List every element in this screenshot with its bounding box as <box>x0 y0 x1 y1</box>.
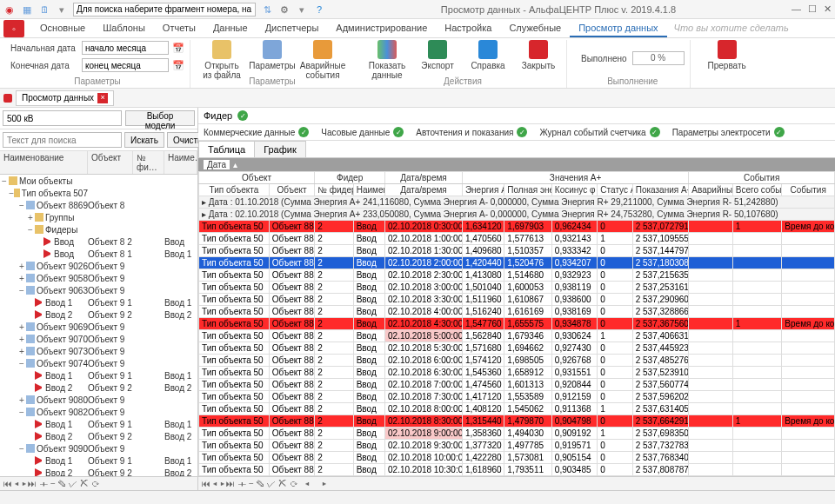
table-row[interactable]: Тип объекта 50Объект 882Ввод02.10.2018 1… <box>199 233 835 245</box>
column-header[interactable]: Всего событий <box>732 184 782 196</box>
tree-node[interactable]: Ввод 1Объект 9 1Ввод 1 <box>0 418 197 430</box>
open-file-button[interactable]: Открыть из файла <box>199 40 244 80</box>
params-button[interactable]: Параметры <box>250 40 295 70</box>
table-row[interactable]: Тип объекта 50Объект 882Ввод02.10.2018 6… <box>199 355 835 367</box>
tree-node[interactable]: +Объект 9058Объект 9 <box>0 272 197 284</box>
table-row[interactable]: Тип объекта 50Объект 882Ввод02.10.2018 1… <box>199 452 835 464</box>
tree-node[interactable]: Ввод 2Объект 9 2Ввод 2 <box>0 381 197 394</box>
interrupt-button[interactable]: Прервать <box>705 40 750 70</box>
table-row[interactable]: Тип объекта 50Объект 882Ввод02.10.2018 5… <box>199 330 835 342</box>
ribbon-tab[interactable]: Основные <box>31 19 94 37</box>
search-button[interactable]: Искать <box>124 132 164 148</box>
tree-node[interactable]: −Объект 9074Объект 9 <box>0 357 197 369</box>
table-row[interactable]: Тип объекта 50Объект 882Ввод02.10.2018 3… <box>199 294 835 306</box>
table-row[interactable]: Тип объекта 50Объект 882Ввод02.10.2018 8… <box>199 403 835 415</box>
tree-node[interactable]: Ввод 2Объект 9 2Ввод 2 <box>0 308 197 321</box>
ribbon-tab[interactable]: Данные <box>204 19 257 37</box>
minimize-button[interactable]: — <box>792 3 801 15</box>
table-row[interactable]: Тип объекта 50Объект 882Ввод02.10.2018 9… <box>199 440 835 452</box>
qat-icon[interactable]: ▾ <box>56 3 68 16</box>
column-header[interactable]: События <box>782 184 835 196</box>
tree-node[interactable]: Ввод 2Объект 9 2Ввод 2 <box>0 430 197 442</box>
data-type-check[interactable]: Коммерческие данные✓ <box>204 127 309 137</box>
column-header[interactable]: Показания A+ <box>632 184 689 196</box>
table-row[interactable]: Тип объекта 50Объект 882Ввод02.10.2018 1… <box>199 245 835 257</box>
tree-node[interactable]: −Фидеры <box>0 223 197 235</box>
column-header[interactable]: Энергия A+ <box>462 184 504 196</box>
ribbon-tab[interactable]: Шаблоны <box>94 19 154 37</box>
tree-node[interactable]: +Объект 9026Объект 9 <box>0 260 197 272</box>
model-input[interactable] <box>3 110 122 126</box>
tree-node[interactable]: +Объект 9080Объект 9 <box>0 394 197 406</box>
data-type-check[interactable]: Параметры электросети✓ <box>672 127 785 137</box>
export-button[interactable]: Экспорт <box>415 40 460 70</box>
tree-node[interactable]: −Объект 9090Объект 9 <box>0 442 197 454</box>
table-row[interactable]: Тип объекта 50Объект 882Ввод02.10.2018 1… <box>199 476 835 477</box>
tree-node[interactable]: Ввод 2Объект 9 2Ввод 2 <box>0 467 197 476</box>
subtab-chart[interactable]: График <box>254 141 306 157</box>
calendar-icon[interactable]: 📅 <box>172 60 184 71</box>
app-menu-button[interactable]: ◦ <box>3 20 24 37</box>
tree-node[interactable]: −Мои объекты <box>0 175 197 187</box>
object-tree[interactable]: −Мои объекты−Тип объекта 507−Объект 8869… <box>0 175 197 476</box>
table-row[interactable]: Тип объекта 50Объект 882Ввод02.10.2018 6… <box>199 367 835 379</box>
tree-node[interactable]: ВводОбъект 8 1Ввод 1 <box>0 248 197 260</box>
tree-node[interactable]: +Группы <box>0 211 197 223</box>
close-doc-button[interactable]: Закрыть <box>516 40 561 70</box>
table-row[interactable]: Тип объекта 50Объект 882Ввод02.10.2018 4… <box>199 318 835 330</box>
table-row[interactable]: Тип объекта 50Объект 882Ввод02.10.2018 2… <box>199 257 835 269</box>
choose-model-button[interactable]: Выбор модели <box>125 110 195 126</box>
tree-search-input[interactable] <box>3 132 122 148</box>
group-row[interactable]: ▸ Дата : 01.10.2018 (Сумма Энергия A+ 24… <box>199 196 835 209</box>
table-row[interactable]: Тип объекта 50Объект 882Ввод02.10.2018 1… <box>199 464 835 476</box>
tree-node[interactable]: +Объект 9070Объект 9 <box>0 333 197 345</box>
table-row[interactable]: Тип объекта 50Объект 882Ввод02.10.2018 5… <box>199 342 835 355</box>
end-date-input[interactable] <box>82 58 169 72</box>
data-type-check[interactable]: Часовые данные✓ <box>321 127 404 137</box>
table-row[interactable]: Тип объекта 50Объект 882Ввод02.10.2018 2… <box>199 269 835 282</box>
ribbon-tab[interactable]: Администрирование <box>327 19 436 37</box>
tree-node[interactable]: −Тип объекта 507 <box>0 187 197 199</box>
column-header[interactable]: Тип объекта <box>199 184 270 196</box>
column-header[interactable]: Косинус φ A+ <box>551 184 598 196</box>
ribbon-tab[interactable]: Отчеты <box>154 19 204 37</box>
title-search-combo[interactable] <box>73 3 256 17</box>
table-row[interactable]: Тип объекта 50Объект 882Ввод02.10.2018 7… <box>199 391 835 403</box>
qat-icon[interactable]: ⇅ <box>261 3 273 16</box>
tree-node[interactable]: ВводОбъект 8 2Ввод <box>0 235 197 248</box>
tree-node[interactable]: Ввод 1Объект 9 1Ввод 1 <box>0 454 197 467</box>
close-button[interactable]: ✕ <box>824 3 832 15</box>
column-header[interactable]: Наименование <box>353 184 384 196</box>
calendar-icon[interactable]: 📅 <box>172 43 184 54</box>
data-grid[interactable]: Объект Фидер Дата/время Значения A+ Собы… <box>198 171 835 476</box>
alarm-events-button[interactable]: Аварийные события <box>300 40 345 80</box>
maximize-button[interactable]: ☐ <box>808 3 817 15</box>
grid-navigator[interactable]: ⏮ ◀ ▶ ⏭ ＋ − ✎ ✓ ✗ ⟳ ◀ ▶ <box>198 476 835 490</box>
qat-icon[interactable]: ◉ <box>3 3 16 16</box>
tree-node[interactable]: −Объект 8869Объект 8 <box>0 199 197 211</box>
qat-icon[interactable]: 🗓 <box>38 3 50 16</box>
data-type-check[interactable]: Журнал событий счетчика✓ <box>539 127 659 137</box>
column-header[interactable]: Дата/время <box>385 184 463 196</box>
close-tab-icon[interactable]: × <box>97 93 108 103</box>
document-tab[interactable]: Просмотр данных × <box>16 90 114 106</box>
help-button[interactable]: Справка <box>465 40 511 70</box>
table-row[interactable]: Тип объекта 50Объект 882Ввод02.10.2018 9… <box>199 428 835 440</box>
ribbon-tab[interactable]: Служебные <box>500 19 570 37</box>
ribbon-tab[interactable]: Настройка <box>436 19 500 37</box>
tree-node[interactable]: −Объект 9082Объект 9 <box>0 406 197 418</box>
table-row[interactable]: Тип объекта 50Объект 882Ввод02.10.2018 3… <box>199 282 835 294</box>
show-data-button[interactable]: Показать данные <box>364 40 410 80</box>
tell-me-input[interactable]: Что вы хотите сделать <box>667 19 835 37</box>
data-type-check[interactable]: Авточтения и показания✓ <box>416 127 527 137</box>
table-row[interactable]: Тип объекта 50Объект 882Ввод02.10.2018 4… <box>199 306 835 318</box>
ribbon-tab[interactable]: Диспетчеры <box>257 19 328 37</box>
column-header[interactable]: Аварийных событий <box>689 184 732 196</box>
tree-node[interactable]: −Объект 9063Объект 9 <box>0 284 197 296</box>
tree-node[interactable]: Ввод 1Объект 9 1Ввод 1 <box>0 296 197 308</box>
group-row[interactable]: ▸ Дата : 02.10.2018 (Сумма Энергия A+ 23… <box>199 209 835 221</box>
ribbon-tab[interactable]: Просмотр данных <box>570 19 666 37</box>
column-header[interactable]: Статус A+ <box>598 184 632 196</box>
tree-navigator[interactable]: ⏮ ◀ ▶ ⏭ ＋ − ✎ ✓ ✗ ⟳ <box>0 476 197 490</box>
subtab-table[interactable]: Таблица <box>198 141 255 157</box>
